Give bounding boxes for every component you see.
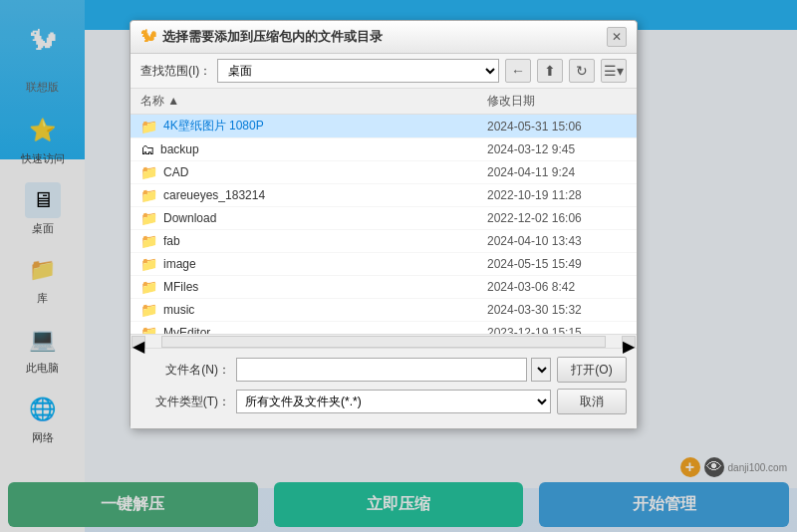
table-row[interactable]: 📁4K壁纸图片 1080P2024-05-31 15:06 [131, 115, 637, 138]
table-row[interactable]: 📁fab2024-04-10 13:43 [131, 230, 637, 253]
filename-input[interactable] [236, 358, 527, 382]
filetype-row: 文件类型(T)： 所有文件及文件夹(*.*) 取消 [140, 389, 627, 414]
open-button[interactable]: 打开(O) [557, 357, 627, 383]
file-dialog: 🐿 选择需要添加到压缩包内的文件或目录 ✕ 查找范围(I)： 桌面 ← ⬆ ↻ … [130, 20, 638, 429]
folder-icon: 📁 [140, 279, 157, 295]
file-date: 2024-03-12 9:45 [487, 142, 627, 156]
horizontal-scrollbar[interactable]: ◀ ▶ [131, 334, 637, 348]
col-date-header: 修改日期 [487, 93, 627, 110]
folder-icon: 📁 [140, 302, 157, 318]
filetype-label: 文件类型(T)： [140, 394, 230, 410]
view-button[interactable]: ☰▾ [601, 59, 627, 83]
file-name: music [163, 303, 487, 317]
filename-label: 文件名(N)： [140, 362, 230, 379]
dialog-toolbar: 查找范围(I)： 桌面 ← ⬆ ↻ ☰▾ [131, 54, 637, 89]
folder-icon: 📁 [140, 325, 157, 334]
file-name: careueyes_183214 [163, 188, 487, 202]
file-name: fab [163, 234, 487, 248]
up-button[interactable]: ⬆ [537, 59, 563, 83]
folder-icon: 📁 [140, 210, 157, 226]
folder-icon: 📁 [140, 256, 157, 272]
file-list-header: 名称 ▲ 修改日期 [131, 89, 637, 115]
table-row[interactable]: 📁careueyes_1832142022-10-19 11:28 [131, 184, 637, 207]
file-date: 2024-05-31 15:06 [487, 120, 627, 133]
file-date: 2024-03-30 15:32 [487, 303, 627, 317]
folder-icon: 📁 [140, 164, 157, 180]
dialog-close-button[interactable]: ✕ [607, 27, 627, 47]
file-date: 2024-04-11 9:24 [487, 165, 627, 179]
toolbar-label: 查找范围(I)： [140, 63, 211, 80]
file-date: 2024-04-10 13:43 [487, 234, 627, 248]
filetype-input-wrap: 所有文件及文件夹(*.*) [236, 390, 551, 413]
path-select[interactable]: 桌面 [217, 59, 499, 83]
table-row[interactable]: 📁MFiles2024-03-06 8:42 [131, 276, 637, 299]
file-name: MFiles [163, 280, 487, 294]
filetype-select[interactable]: 所有文件及文件夹(*.*) [236, 390, 551, 413]
file-name: image [163, 257, 487, 271]
dialog-form: 文件名(N)： 打开(O) 文件类型(T)： 所有文件及文件夹(*.*) 取消 [131, 349, 637, 428]
file-date: 2024-03-06 8:42 [487, 280, 627, 294]
dialog-title: 选择需要添加到压缩包内的文件或目录 [162, 28, 383, 46]
scroll-right-btn[interactable]: ▶ [622, 336, 636, 348]
table-row[interactable]: 📁image2024-05-15 15:49 [131, 253, 637, 276]
filename-dropdown[interactable] [531, 358, 551, 382]
file-name: MyEditor [163, 326, 487, 334]
filename-input-wrap [236, 358, 551, 382]
file-list-container: 名称 ▲ 修改日期 📁4K壁纸图片 1080P2024-05-31 15:06🗂… [131, 89, 637, 349]
filename-row: 文件名(N)： 打开(O) [140, 357, 627, 383]
table-row[interactable]: 🗂backup2024-03-12 9:45 [131, 138, 637, 161]
dialog-titlebar: 🐿 选择需要添加到压缩包内的文件或目录 ✕ [131, 21, 637, 54]
col-name-header: 名称 ▲ [140, 93, 487, 110]
back-button[interactable]: ← [505, 59, 531, 83]
table-row[interactable]: 📁CAD2024-04-11 9:24 [131, 161, 637, 184]
file-date: 2022-12-02 16:06 [487, 211, 627, 225]
file-list[interactable]: 📁4K壁纸图片 1080P2024-05-31 15:06🗂backup2024… [131, 115, 637, 334]
file-name: backup [160, 142, 487, 156]
dialog-icon: 🐿 [140, 28, 156, 46]
table-row[interactable]: 📁MyEditor2023-12-19 15:15 [131, 322, 637, 334]
folder-icon: 📁 [140, 233, 157, 249]
folder-icon: 🗂 [140, 141, 154, 157]
scrollbar-track [161, 336, 606, 348]
refresh-button[interactable]: ↻ [569, 59, 595, 83]
dialog-title-left: 🐿 选择需要添加到压缩包内的文件或目录 [140, 28, 383, 46]
file-name: CAD [163, 165, 487, 179]
table-row[interactable]: 📁Download2022-12-02 16:06 [131, 207, 637, 230]
file-date: 2023-12-19 15:15 [487, 326, 627, 334]
folder-icon: 📁 [140, 119, 157, 134]
file-name: Download [163, 211, 487, 225]
scroll-left-btn[interactable]: ◀ [132, 336, 145, 348]
cancel-button[interactable]: 取消 [557, 389, 627, 414]
folder-icon: 📁 [140, 187, 157, 203]
file-name: 4K壁纸图片 1080P [163, 118, 487, 134]
file-date: 2022-10-19 11:28 [487, 188, 627, 202]
table-row[interactable]: 📁music2024-03-30 15:32 [131, 299, 637, 322]
file-date: 2024-05-15 15:49 [487, 257, 627, 271]
